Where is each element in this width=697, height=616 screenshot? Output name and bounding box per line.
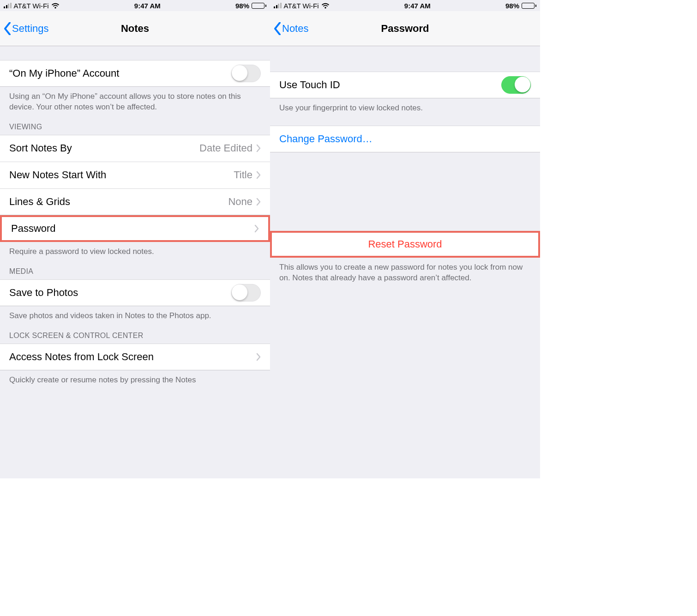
carrier-label: AT&T Wi-Fi	[284, 2, 319, 10]
chevron-left-icon	[274, 22, 281, 35]
screen-notes-settings: AT&T Wi-Fi 9:47 AM 98% Settings Notes “O…	[0, 0, 270, 478]
lines-grids-row[interactable]: Lines & Grids None	[0, 188, 270, 215]
battery-icon	[252, 3, 266, 9]
change-password-label: Change Password…	[279, 133, 373, 145]
lines-grids-label: Lines & Grids	[9, 196, 70, 208]
signal-icon	[274, 3, 282, 8]
access-lock-label: Access Notes from Lock Screen	[9, 351, 154, 363]
nav-bar: Settings Notes	[0, 11, 270, 46]
wifi-icon	[321, 3, 330, 9]
on-my-iphone-label: “On My iPhone” Account	[9, 67, 119, 79]
password-row[interactable]: Password	[0, 215, 270, 242]
back-button[interactable]: Settings	[4, 22, 49, 35]
new-notes-start-row[interactable]: New Notes Start With Title	[0, 162, 270, 188]
chevron-right-icon	[256, 198, 261, 206]
chevron-right-icon	[256, 353, 261, 361]
status-time: 9:47 AM	[134, 2, 161, 10]
page-title: Notes	[121, 23, 149, 35]
status-bar: AT&T Wi-Fi 9:47 AM 98%	[270, 0, 540, 11]
reset-password-label: Reset Password	[368, 238, 442, 250]
viewing-header: VIEWING	[0, 118, 270, 135]
touch-id-footer: Use your fingerprint to view locked note…	[270, 98, 540, 119]
access-lock-row[interactable]: Access Notes from Lock Screen	[0, 344, 270, 370]
lockscreen-footer: Quickly create or resume notes by pressi…	[0, 370, 270, 391]
battery-icon	[522, 3, 536, 9]
status-bar: AT&T Wi-Fi 9:47 AM 98%	[0, 0, 270, 11]
chevron-right-icon	[254, 224, 259, 233]
back-label: Settings	[12, 23, 49, 35]
lines-grids-value: None	[228, 196, 252, 208]
on-my-iphone-toggle[interactable]	[231, 65, 261, 82]
battery-percent: 98%	[505, 2, 519, 10]
chevron-left-icon	[4, 22, 11, 35]
change-password-row[interactable]: Change Password…	[270, 126, 540, 152]
use-touch-id-toggle[interactable]	[501, 76, 531, 94]
new-notes-start-value: Title	[234, 169, 252, 181]
page-title: Password	[381, 23, 429, 35]
save-to-photos-row[interactable]: Save to Photos	[0, 279, 270, 306]
on-my-iphone-footer: Using an “On My iPhone” account allows y…	[0, 87, 270, 118]
reset-password-row[interactable]: Reset Password	[270, 231, 540, 258]
carrier-label: AT&T Wi-Fi	[14, 2, 49, 10]
back-label: Notes	[282, 23, 308, 35]
back-button[interactable]: Notes	[274, 22, 308, 35]
on-my-iphone-row[interactable]: “On My iPhone” Account	[0, 60, 270, 87]
wifi-icon	[51, 3, 60, 9]
use-touch-id-row[interactable]: Use Touch ID	[270, 72, 540, 98]
sort-notes-row[interactable]: Sort Notes By Date Edited	[0, 135, 270, 162]
media-footer: Save photos and videos taken in Notes to…	[0, 306, 270, 327]
sort-notes-value: Date Edited	[199, 142, 252, 154]
media-header: MEDIA	[0, 263, 270, 279]
lockscreen-header: LOCK SCREEN & CONTROL CENTER	[0, 327, 270, 344]
signal-icon	[4, 3, 12, 8]
screen-password-settings: AT&T Wi-Fi 9:47 AM 98% Notes Password Us…	[270, 0, 540, 478]
reset-password-footer: This allows you to create a new password…	[270, 258, 540, 289]
use-touch-id-label: Use Touch ID	[279, 79, 340, 91]
save-to-photos-label: Save to Photos	[9, 287, 78, 299]
password-footer: Require a password to view locked notes.	[0, 242, 270, 263]
chevron-right-icon	[256, 144, 261, 152]
chevron-right-icon	[256, 171, 261, 179]
save-to-photos-toggle[interactable]	[231, 284, 261, 302]
status-time: 9:47 AM	[404, 2, 431, 10]
new-notes-start-label: New Notes Start With	[9, 169, 106, 181]
password-label: Password	[11, 223, 56, 235]
nav-bar: Notes Password	[270, 11, 540, 46]
sort-notes-label: Sort Notes By	[9, 142, 72, 154]
battery-percent: 98%	[235, 2, 249, 10]
